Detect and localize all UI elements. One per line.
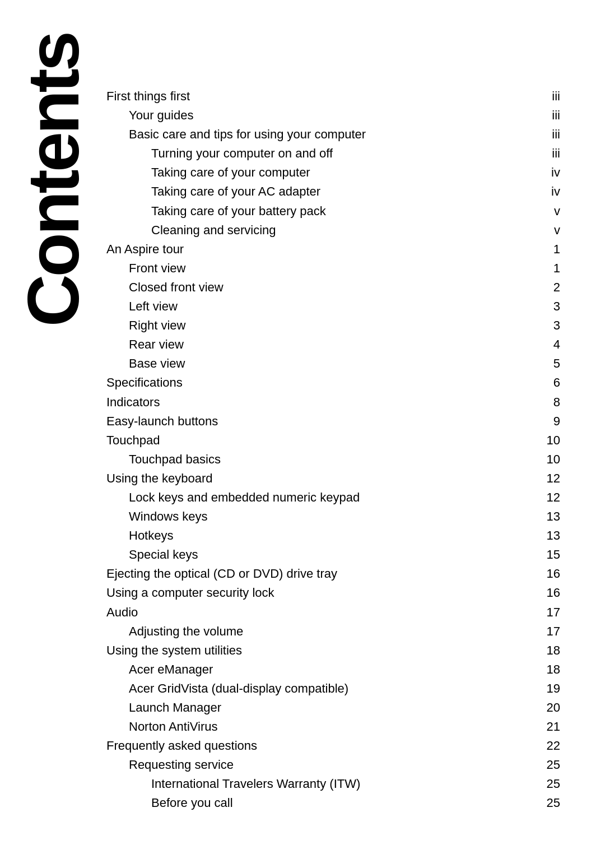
- toc-entry: Requesting service25: [106, 755, 560, 774]
- toc-entry-page: 5: [527, 354, 560, 373]
- toc-entry: Front view1: [106, 259, 560, 278]
- toc-entry: International Travelers Warranty (ITW)25: [106, 774, 560, 793]
- toc-entry-title: Touchpad basics: [129, 450, 527, 469]
- page-container: Contents First things firstiiiYour guide…: [0, 0, 605, 868]
- toc-entry-title: Specifications: [106, 373, 527, 392]
- toc-entry-page: 12: [527, 469, 560, 488]
- toc-entry: Lock keys and embedded numeric keypad12: [106, 488, 560, 507]
- toc-entry: Launch Manager20: [106, 698, 560, 717]
- toc-entry-title: Taking care of your computer: [151, 163, 527, 182]
- toc-entry-page: iii: [527, 87, 560, 106]
- toc-entry-page: v: [527, 202, 560, 221]
- toc-entry-title: Before you call: [151, 793, 527, 813]
- toc-entry-page: 9: [527, 412, 560, 431]
- toc-entry: Special keys15: [106, 545, 560, 564]
- toc-entry-page: 10: [527, 431, 560, 450]
- toc-entry-title: Lock keys and embedded numeric keypad: [129, 488, 527, 507]
- toc-area: First things firstiiiYour guidesiiiBasic…: [106, 45, 560, 813]
- toc-entry-title: Base view: [129, 354, 527, 373]
- toc-entry-page: 1: [527, 240, 560, 259]
- toc-entry-page: iii: [527, 144, 560, 163]
- toc-entry-title: Touchpad: [106, 431, 527, 450]
- toc-entry: An Aspire tour1: [106, 240, 560, 259]
- toc-entry-title: Audio: [106, 603, 527, 622]
- toc-entry-title: Using the keyboard: [106, 469, 527, 488]
- toc-entry-page: 3: [527, 297, 560, 316]
- toc-entry: Turning your computer on and offiii: [106, 144, 560, 163]
- toc-entry-page: 13: [527, 507, 560, 526]
- toc-entry-title: Indicators: [106, 393, 527, 412]
- toc-entry-page: 6: [527, 373, 560, 392]
- toc-entry-page: 16: [527, 564, 560, 583]
- toc-entry-title: An Aspire tour: [106, 240, 527, 259]
- toc-entry-title: Taking care of your AC adapter: [151, 182, 527, 201]
- toc-entry-title: Acer GridVista (dual-display compatible): [129, 679, 527, 698]
- toc-entry-page: 13: [527, 526, 560, 545]
- toc-entry: Taking care of your AC adapteriv: [106, 182, 560, 201]
- toc-entry-title: Special keys: [129, 545, 527, 564]
- toc-entry: Rear view4: [106, 335, 560, 354]
- toc-entry-title: Adjusting the volume: [129, 622, 527, 641]
- toc-entry-title: Ejecting the optical (CD or DVD) drive t…: [106, 564, 527, 583]
- toc-entry: Acer GridVista (dual-display compatible)…: [106, 679, 560, 698]
- toc-entry: Using a computer security lock16: [106, 583, 560, 602]
- toc-entry: Taking care of your computeriv: [106, 163, 560, 182]
- toc-entry-title: Your guides: [129, 106, 527, 125]
- toc-entry-title: Left view: [129, 297, 527, 316]
- toc-entry: Left view3: [106, 297, 560, 316]
- toc-entry: Acer eManager18: [106, 660, 560, 679]
- toc-entry: Frequently asked questions22: [106, 736, 560, 755]
- toc-entry-title: Basic care and tips for using your compu…: [129, 125, 527, 144]
- toc-entry-page: iv: [527, 182, 560, 201]
- toc-entry-title: First things first: [106, 87, 527, 106]
- toc-entry-title: Closed front view: [129, 278, 527, 297]
- toc-entry: Right view3: [106, 316, 560, 335]
- toc-entry-page: 12: [527, 488, 560, 507]
- toc-entry-title: Using a computer security lock: [106, 583, 527, 602]
- toc-entry-title: Right view: [129, 316, 527, 335]
- toc-entry-title: Launch Manager: [129, 698, 527, 717]
- toc-entry-title: Acer eManager: [129, 660, 527, 679]
- toc-entry-page: iii: [527, 106, 560, 125]
- toc-entry: Hotkeys13: [106, 526, 560, 545]
- toc-entry: Norton AntiVirus21: [106, 717, 560, 736]
- toc-entry: Specifications6: [106, 373, 560, 392]
- toc-entry: Indicators8: [106, 393, 560, 412]
- toc-entry-page: 18: [527, 660, 560, 679]
- toc-entry-page: 17: [527, 622, 560, 641]
- toc-entry: Using the keyboard12: [106, 469, 560, 488]
- toc-entry-page: 21: [527, 717, 560, 736]
- toc-entry-page: 15: [527, 545, 560, 564]
- toc-entry: First things firstiii: [106, 87, 560, 106]
- toc-entry-title: Cleaning and servicing: [151, 221, 527, 240]
- toc-entry-title: Easy-launch buttons: [106, 412, 527, 431]
- toc-entry: Using the system utilities18: [106, 641, 560, 660]
- toc-entry: Taking care of your battery packv: [106, 202, 560, 221]
- toc-entry: Cleaning and servicingv: [106, 221, 560, 240]
- toc-entry-page: 25: [527, 774, 560, 793]
- toc-entry: Ejecting the optical (CD or DVD) drive t…: [106, 564, 560, 583]
- toc-entry-page: 10: [527, 450, 560, 469]
- toc-entry-title: Front view: [129, 259, 527, 278]
- toc-entry-title: Windows keys: [129, 507, 527, 526]
- toc-entry-title: Requesting service: [129, 755, 527, 774]
- toc-entry: Your guidesiii: [106, 106, 560, 125]
- toc-entry: Touchpad10: [106, 431, 560, 450]
- toc-entry-page: 16: [527, 583, 560, 602]
- toc-entry-page: 2: [527, 278, 560, 297]
- toc-entry-page: 8: [527, 393, 560, 412]
- toc-entry-page: 18: [527, 641, 560, 660]
- toc-entry-title: Hotkeys: [129, 526, 527, 545]
- toc-entry-title: Taking care of your battery pack: [151, 202, 527, 221]
- toc-entry-page: iv: [527, 163, 560, 182]
- toc-entry-page: iii: [527, 125, 560, 144]
- toc-entry-page: 1: [527, 259, 560, 278]
- toc-entry: Windows keys13: [106, 507, 560, 526]
- toc-entry-title: International Travelers Warranty (ITW): [151, 774, 527, 793]
- toc-entry: Before you call25: [106, 793, 560, 813]
- toc-entry-title: Norton AntiVirus: [129, 717, 527, 736]
- toc-entry-title: Frequently asked questions: [106, 736, 527, 755]
- toc-entry: Easy-launch buttons9: [106, 412, 560, 431]
- toc-entry-page: 4: [527, 335, 560, 354]
- toc-entry-page: 22: [527, 736, 560, 755]
